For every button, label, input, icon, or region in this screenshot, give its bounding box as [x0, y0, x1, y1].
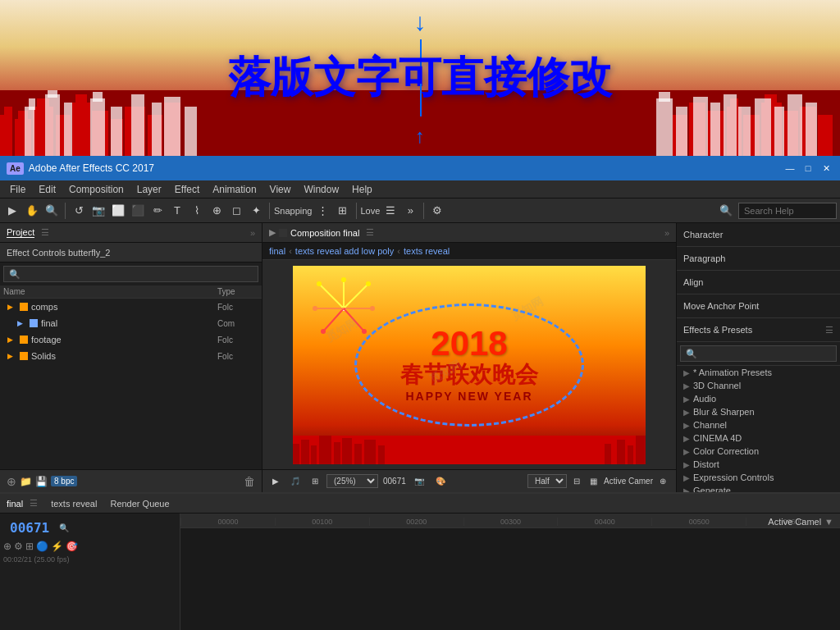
effects-presets-title[interactable]: Effects & Presets: [683, 322, 752, 338]
effect-item-animation-presets[interactable]: ▶ * Animation Presets: [677, 366, 840, 379]
comp-region-btn[interactable]: ⊟: [570, 475, 583, 487]
character-section-title[interactable]: Character: [683, 226, 833, 243]
active-camera-dropdown[interactable]: ▼: [824, 517, 833, 527]
menu-window[interactable]: Window: [297, 182, 345, 197]
comp-viewport[interactable]: 2018 春节联欢晚会 HAPPY NEW YEAR: [262, 260, 676, 469]
save-btn[interactable]: 💾: [35, 476, 48, 487]
select-tool[interactable]: ▶: [3, 202, 21, 220]
comp-panel-extend[interactable]: »: [664, 228, 669, 238]
timeline-tab-render-queue[interactable]: Render Queue: [110, 499, 169, 509]
grid-btn[interactable]: ⊞: [334, 202, 352, 220]
close-button[interactable]: ✕: [819, 161, 833, 176]
tl-btn-3[interactable]: ⊞: [25, 541, 34, 552]
align-section-title[interactable]: Align: [683, 274, 833, 290]
effect-item-generate[interactable]: ▶ Generate: [677, 484, 840, 492]
page-wrapper: ↓ 落版文字可直接修改 ↑ Ae Adobe After Effects CC …: [0, 0, 840, 630]
timeline-tab-menu[interactable]: ☰: [30, 498, 38, 509]
breadcrumb-texts-reveal-2[interactable]: texts reveal: [404, 246, 450, 256]
eraser-tool[interactable]: ◻: [227, 202, 245, 220]
comp-audio-btn[interactable]: 🎵: [287, 475, 304, 487]
list-item[interactable]: ▶ comps Folc: [0, 299, 262, 315]
svg-rect-64: [293, 444, 299, 464]
comp-3d-btn[interactable]: ⊕: [656, 475, 669, 487]
comp-color-btn[interactable]: 🎨: [432, 475, 449, 487]
breadcrumb-final[interactable]: final: [269, 246, 285, 256]
delete-btn[interactable]: 🗑: [244, 475, 255, 488]
comp-zoom-select[interactable]: (25%) (50%) (100%): [326, 474, 378, 488]
project-tab[interactable]: Project: [7, 227, 34, 238]
file-name-comps: comps: [31, 302, 201, 312]
tl-btn-4[interactable]: 🔵: [36, 541, 48, 552]
svg-rect-31: [90, 98, 105, 156]
menu-help[interactable]: Help: [345, 182, 379, 197]
composition-tab[interactable]: Composition final: [290, 228, 359, 238]
type-tool[interactable]: T: [168, 202, 186, 220]
comp-grid-btn[interactable]: ⊞: [308, 475, 322, 487]
menu-composition[interactable]: Composition: [62, 182, 130, 197]
rect-tool[interactable]: ⬛: [129, 202, 147, 220]
effect-item-expression-controls[interactable]: ▶ Expression Controls: [677, 471, 840, 484]
new-comp-btn[interactable]: ⊕: [7, 475, 16, 488]
effect-item-channel[interactable]: ▶ Channel: [677, 418, 840, 431]
workspace-menu[interactable]: ☰: [381, 202, 399, 220]
breadcrumb-texts-reveal[interactable]: texts reveal add low poly: [295, 246, 394, 256]
layer-tool[interactable]: ⬜: [109, 202, 127, 220]
list-item[interactable]: ▶ Solids Folc: [0, 348, 262, 364]
maximize-button[interactable]: □: [801, 161, 815, 176]
arrow-down-icon: ↓: [414, 8, 427, 36]
comp-quality-select[interactable]: Half Full: [527, 474, 567, 488]
list-item[interactable]: ▶ final Com: [0, 315, 262, 331]
svg-rect-41: [693, 97, 708, 156]
new-folder-btn[interactable]: 📁: [20, 476, 32, 487]
rotate-tool[interactable]: ↺: [70, 202, 88, 220]
tl-btn-6[interactable]: 🎯: [66, 541, 78, 552]
timeline-tab-texts-reveal[interactable]: texts reveal: [51, 499, 97, 509]
timecode-display[interactable]: 00671: [3, 518, 56, 537]
3d-channel-label: 3D Channel: [693, 381, 741, 390]
color-correction-arrow: ▶: [683, 447, 690, 456]
menu-layer[interactable]: Layer: [130, 182, 168, 197]
menu-edit[interactable]: Edit: [32, 182, 62, 197]
effect-item-3d-channel[interactable]: ▶ 3D Channel: [677, 379, 840, 392]
paragraph-section-title[interactable]: Paragraph: [683, 250, 833, 267]
comp-trans-btn[interactable]: ▦: [587, 475, 600, 487]
effect-item-blur-sharpen[interactable]: ▶ Blur & Sharpen: [677, 405, 840, 418]
snapping-btn[interactable]: ⋮: [314, 202, 332, 220]
character-section: Character: [677, 223, 840, 247]
separator-1: [65, 203, 66, 219]
hand-tool[interactable]: ✋: [23, 202, 41, 220]
effect-item-color-correction[interactable]: ▶ Color Correction: [677, 445, 840, 458]
menu-file[interactable]: File: [3, 182, 32, 197]
extend-btn[interactable]: »: [401, 202, 419, 220]
timeline-search-icon[interactable]: 🔍: [59, 523, 69, 532]
brush-tool[interactable]: ⌇: [188, 202, 206, 220]
tl-btn-1[interactable]: ⊕: [3, 541, 11, 552]
menu-animation[interactable]: Animation: [206, 182, 262, 197]
effect-item-audio[interactable]: ▶ Audio: [677, 392, 840, 405]
pen-tool[interactable]: ✏: [148, 202, 167, 220]
panel-close-btn[interactable]: »: [250, 228, 255, 238]
project-search-input[interactable]: [3, 266, 258, 282]
settings-btn[interactable]: ⚙: [428, 202, 446, 220]
zoom-tool[interactable]: 🔍: [43, 202, 61, 220]
clone-tool[interactable]: ⊕: [208, 202, 226, 220]
effects-menu-btn[interactable]: ☰: [825, 325, 833, 336]
comp-snapshot-btn[interactable]: 📷: [411, 475, 427, 487]
tl-btn-5[interactable]: ⚡: [51, 541, 63, 552]
menu-view[interactable]: View: [263, 182, 298, 197]
effect-item-distort[interactable]: ▶ Distort: [677, 458, 840, 471]
comp-play-btn[interactable]: ▶: [269, 475, 282, 487]
effect-item-cinema4d[interactable]: ▶ CINEMA 4D: [677, 431, 840, 445]
title-bar: Ae Adobe After Effects CC 2017 — □ ✕: [0, 156, 840, 180]
puppet-tool[interactable]: ✦: [247, 202, 265, 220]
move-anchor-title[interactable]: Move Anchor Point: [683, 298, 833, 314]
timeline-tab-final[interactable]: final: [7, 499, 23, 509]
menu-effect[interactable]: Effect: [168, 182, 206, 197]
comp-tab-menu[interactable]: ☰: [366, 227, 374, 238]
effects-search-input[interactable]: [680, 345, 837, 362]
minimize-button[interactable]: —: [783, 161, 797, 176]
search-help-input[interactable]: [738, 203, 837, 219]
tl-btn-2[interactable]: ⚙: [14, 541, 23, 552]
list-item[interactable]: ▶ footage Folc: [0, 331, 262, 348]
camera-tool[interactable]: 📷: [89, 202, 107, 220]
